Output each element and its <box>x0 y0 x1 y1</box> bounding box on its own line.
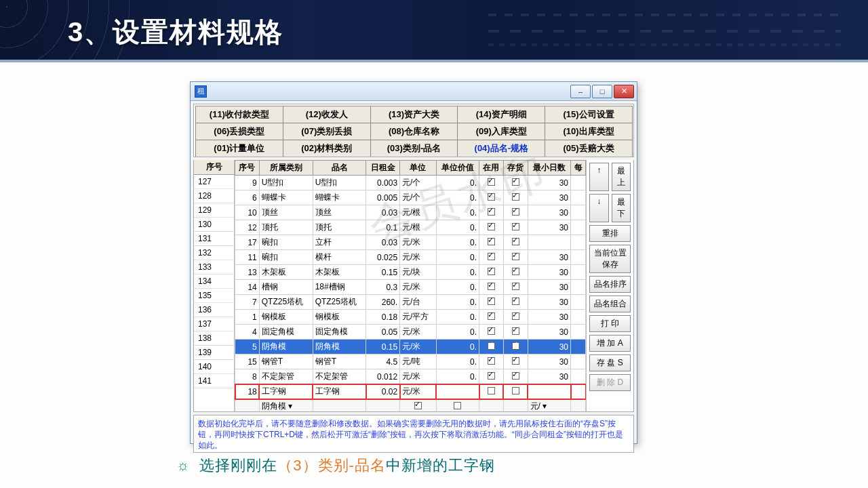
table-row[interactable]: 10顶丝顶丝0.03元/根0.30 <box>235 205 586 220</box>
index-item[interactable]: 129 <box>194 203 234 218</box>
index-item[interactable]: 128 <box>194 189 234 203</box>
checkbox[interactable] <box>512 178 519 186</box>
save-button[interactable]: 存 盘 S <box>589 354 631 371</box>
checkbox[interactable] <box>488 298 495 305</box>
column-header[interactable]: 每 <box>571 161 586 176</box>
column-header[interactable]: 最小日数 <box>528 161 570 176</box>
checkbox[interactable] <box>512 223 519 230</box>
index-item[interactable]: 141 <box>194 374 234 388</box>
index-item[interactable]: 135 <box>194 289 234 303</box>
checkbox[interactable] <box>512 327 519 335</box>
checkbox[interactable] <box>488 253 495 260</box>
tab[interactable]: (10)出库类型 <box>545 123 633 140</box>
tab[interactable]: (09)入库类型 <box>457 123 545 140</box>
checkbox[interactable] <box>488 312 495 320</box>
table-row[interactable]: 17碗扣立杆0.03元/米0. <box>235 235 586 250</box>
table-row[interactable]: 6蝴蝶卡蝴蝶卡0.005元/个0.30 <box>235 190 586 205</box>
checkbox[interactable] <box>488 268 495 275</box>
index-item[interactable]: 134 <box>194 274 234 289</box>
tab[interactable]: (12)收发人 <box>283 106 371 123</box>
move-top-button[interactable]: 最上 <box>612 163 631 191</box>
checkbox[interactable] <box>488 387 495 394</box>
column-header[interactable]: 所属类别 <box>259 161 313 176</box>
column-header[interactable]: 日租金 <box>366 161 400 176</box>
index-item[interactable]: 130 <box>194 218 234 232</box>
tab[interactable]: (08)仓库名称 <box>370 123 458 140</box>
tab[interactable]: (04)品名-规格 <box>457 140 545 157</box>
table-row[interactable]: 5阴角模阴角模0.15元/米0.30 <box>235 340 586 354</box>
print-button[interactable]: 打 印 <box>589 315 631 332</box>
tab[interactable]: (07)类别丢损 <box>283 123 371 140</box>
checkbox[interactable] <box>512 253 519 260</box>
table-row[interactable]: 9U型扣U型扣0.003元/个0.30 <box>235 176 586 190</box>
checkbox[interactable] <box>512 208 519 216</box>
column-header[interactable]: 存货 <box>503 161 528 176</box>
checkbox[interactable] <box>454 402 461 409</box>
table-row[interactable]: 7QTZ25塔机QTZ25塔机260.元/台0.30 <box>235 295 586 310</box>
resort-button[interactable]: 重排 <box>589 225 631 242</box>
index-list[interactable]: 序号 1271281291301311321331341351361371381… <box>194 160 235 411</box>
table-row[interactable]: 12顶托顶托0.1元/根0.30 <box>235 220 586 235</box>
group-by-name-button[interactable]: 品名组合 <box>589 296 631 312</box>
checkbox[interactable] <box>488 342 495 350</box>
checkbox[interactable] <box>488 372 495 380</box>
column-header[interactable]: 在用 <box>479 161 504 176</box>
tab[interactable]: (14)资产明细 <box>457 106 545 123</box>
column-header[interactable]: 序号 <box>235 161 260 176</box>
tab[interactable]: (03)类别-品名 <box>370 140 458 157</box>
index-item[interactable]: 138 <box>194 331 234 346</box>
tab[interactable]: (01)计量单位 <box>195 140 283 157</box>
index-item[interactable]: 131 <box>194 232 234 246</box>
checkbox[interactable] <box>488 223 495 230</box>
move-down-button[interactable]: ↓ <box>589 194 609 222</box>
table-row[interactable]: 11碗扣横杆0.025元/米0.30 <box>235 250 586 265</box>
index-item[interactable]: 132 <box>194 246 234 260</box>
move-bottom-button[interactable]: 最下 <box>612 194 631 222</box>
table-row[interactable]: 14槽钢18#槽钢0.3元/米0.30 <box>235 280 586 295</box>
checkbox[interactable] <box>488 357 495 365</box>
minimize-button[interactable]: – <box>570 85 591 98</box>
index-item[interactable]: 140 <box>194 360 234 374</box>
index-item[interactable]: 139 <box>194 346 234 360</box>
checkbox[interactable] <box>488 178 495 186</box>
checkbox[interactable] <box>488 208 495 216</box>
checkbox[interactable] <box>512 238 519 245</box>
column-header[interactable]: 单位 <box>400 161 436 176</box>
checkbox[interactable] <box>512 372 519 380</box>
checkbox[interactable] <box>488 327 495 335</box>
index-item[interactable]: 133 <box>194 260 234 274</box>
column-header[interactable]: 品名 <box>313 161 366 176</box>
checkbox[interactable] <box>488 238 495 245</box>
checkbox[interactable] <box>488 283 495 290</box>
close-button[interactable]: ✕ <box>614 85 634 98</box>
add-button[interactable]: 增 加 A <box>589 335 631 352</box>
maximize-button[interactable]: □ <box>592 85 612 98</box>
tab[interactable]: (15)公司设置 <box>545 106 633 123</box>
checkbox[interactable] <box>512 312 519 320</box>
checkbox[interactable] <box>512 387 519 394</box>
table-row[interactable]: 4固定角模固定角模0.05元/米0.30 <box>235 325 586 340</box>
column-header[interactable]: 单位价值 <box>436 161 479 176</box>
checkbox[interactable] <box>488 193 495 201</box>
checkbox[interactable] <box>512 298 519 305</box>
table-row[interactable]: 18工字钢工字钢0.02元/米 <box>235 384 586 399</box>
index-item[interactable]: 136 <box>194 303 234 317</box>
tab[interactable]: (02)材料类别 <box>283 140 371 157</box>
table-row[interactable]: 13木架板木架板0.15元/块0.30 <box>235 265 586 280</box>
sort-by-name-button[interactable]: 品名排序 <box>589 276 631 293</box>
checkbox[interactable] <box>512 193 519 201</box>
checkbox[interactable] <box>512 268 519 275</box>
save-position-button[interactable]: 当前位置保存 <box>589 245 631 273</box>
table-row[interactable]: 15钢管T钢管T4.5元/吨0.30 <box>235 354 586 369</box>
table-row[interactable]: 1钢模板钢模板0.18元/平方0.30 <box>235 310 586 325</box>
tab[interactable]: (11)收付款类型 <box>195 106 283 123</box>
table-row[interactable]: 8不定架管不定架管0.012元/米0.30 <box>235 369 586 384</box>
index-item[interactable]: 127 <box>194 175 234 189</box>
data-grid[interactable]: 序号所属类别品名日租金单位单位价值在用存货最小日数每 9U型扣U型扣0.003元… <box>235 160 586 411</box>
checkbox[interactable] <box>414 402 422 409</box>
delete-button[interactable]: 删 除 D <box>589 374 631 391</box>
move-up-button[interactable]: ↑ <box>589 163 609 191</box>
tab[interactable]: (13)资产大类 <box>370 106 458 123</box>
checkbox[interactable] <box>512 283 519 290</box>
tab[interactable]: (06)丢损类型 <box>195 123 283 140</box>
